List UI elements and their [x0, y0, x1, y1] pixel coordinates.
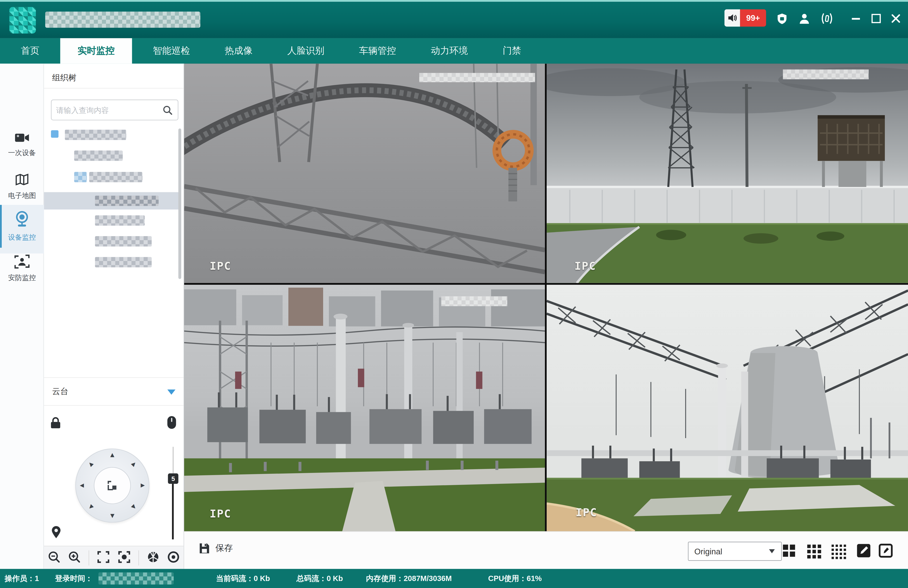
rail-label: 安防监控	[0, 273, 44, 283]
tree-item[interactable]	[44, 235, 179, 248]
tree-icon-redacted	[74, 172, 87, 182]
status-label: CPU使用：	[488, 573, 526, 584]
tree-label-redacted	[65, 130, 126, 140]
status-value: 61%	[527, 574, 542, 583]
tree-checkbox[interactable]	[51, 130, 58, 138]
tree-label-redacted	[95, 215, 145, 226]
organization-panel: 组织树 云台	[44, 64, 184, 569]
fullscreen-button[interactable]	[879, 543, 893, 560]
status-label: 总码流：	[296, 573, 327, 584]
tab-face-recognition[interactable]: 人脸识别	[273, 38, 338, 64]
tree-item-root[interactable]	[44, 129, 179, 141]
status-value: 1	[35, 574, 39, 583]
rail-item-device-monitoring[interactable]: 设备监控	[0, 205, 44, 254]
tree-item[interactable]	[44, 256, 179, 268]
focus-far-icon[interactable]	[97, 551, 109, 565]
video-tile-2[interactable]: IPC	[547, 64, 908, 283]
tab-live-monitoring[interactable]: 实时监控	[60, 38, 132, 64]
video-frame-1	[184, 64, 545, 283]
alarm-volume-badge[interactable]: 99+	[724, 9, 766, 26]
tree-item-selected[interactable]	[44, 192, 179, 209]
search-input[interactable]	[52, 106, 163, 114]
ptz-speed-value: 5	[171, 475, 175, 482]
notification-icon[interactable]	[775, 11, 789, 26]
app-logo	[9, 7, 36, 34]
divider	[44, 405, 184, 406]
video-channel-label: IPC	[209, 259, 231, 272]
save-icon	[198, 542, 210, 554]
status-memory-usage: 内存使用：2087M/3036M	[366, 569, 452, 588]
divider	[44, 378, 184, 378]
maximize-button[interactable]	[871, 11, 882, 26]
main-nav-tabs: 首页 实时监控 智能巡检 热成像 人脸识别 车辆管控 动力环境 门禁	[0, 38, 908, 64]
iris-close-icon[interactable]	[147, 551, 159, 565]
tab-power-environment[interactable]: 动力环境	[417, 38, 482, 64]
tree-item[interactable]	[44, 214, 179, 227]
iris-open-icon[interactable]	[167, 551, 180, 565]
map-icon	[15, 174, 29, 186]
video-tile-1[interactable]: IPC	[184, 64, 545, 283]
status-label: 当前码流：	[216, 573, 254, 584]
rail-item-primary-equipment[interactable]: 一次设备	[0, 129, 44, 165]
status-label: 登录时间：	[55, 573, 93, 584]
video-tile-3[interactable]: IPC	[184, 285, 545, 532]
layout-4x4-button[interactable]	[832, 545, 847, 560]
tree-label-redacted	[95, 196, 159, 206]
tree-scrollbar[interactable]	[178, 129, 181, 279]
webcam-icon	[14, 210, 29, 228]
ptz-collapse-icon[interactable]	[167, 388, 176, 398]
status-label: 内存使用：	[366, 573, 404, 584]
tab-access-control[interactable]: 门禁	[489, 38, 535, 64]
tree-item[interactable]	[44, 171, 179, 183]
tree-label-redacted	[95, 257, 152, 267]
ptz-wheel-center[interactable]	[94, 467, 131, 504]
ptz-mouse-icon[interactable]	[167, 415, 177, 432]
tab-home[interactable]: 首页	[7, 38, 53, 64]
stream-scale-dropdown[interactable]: Original	[688, 542, 782, 561]
user-icon[interactable]	[797, 11, 811, 26]
video-tile-4[interactable]: IPC	[547, 285, 908, 532]
ptz-speed-handle[interactable]: 5	[168, 473, 179, 484]
status-value: 0 Kb	[327, 574, 343, 583]
ptz-lock-icon[interactable]	[50, 417, 61, 432]
zoom-out-icon[interactable]	[48, 551, 60, 565]
login-time-redacted	[98, 572, 174, 585]
toolbar-separator	[89, 550, 89, 566]
active-indicator-bar	[0, 205, 2, 248]
rail-label: 一次设备	[0, 148, 44, 158]
rail-item-security-monitoring[interactable]: 安防监控	[0, 251, 44, 289]
status-bar: 操作员：1 登录时间： 当前码流：0 Kb 总码流：0 Kb 内存使用：2087…	[0, 569, 908, 588]
cast-icon[interactable]	[820, 11, 834, 26]
rail-item-electronic-map[interactable]: 电子地图	[0, 170, 44, 207]
save-button[interactable]: 保存	[198, 542, 233, 554]
tab-smart-inspection[interactable]: 智能巡检	[139, 38, 204, 64]
video-frame-3	[184, 285, 545, 532]
search-icon[interactable]	[163, 105, 172, 115]
tab-vehicle-control[interactable]: 车辆管控	[345, 38, 410, 64]
layout-3x3-button[interactable]	[807, 545, 822, 559]
minimize-button[interactable]	[850, 11, 862, 26]
ptz-speed-track-lower[interactable]	[172, 484, 174, 539]
ptz-center-icon	[107, 480, 118, 491]
annotate-button[interactable]	[856, 543, 871, 560]
ptz-wheel[interactable]: ▲ ▲ ▲ ▲ ▲ ▲ ▲ ▲	[76, 448, 150, 522]
video-timestamp-redacted	[419, 73, 535, 82]
tree-panel-title: 组织树	[52, 73, 76, 84]
layout-2x2-button[interactable]	[783, 545, 795, 557]
left-nav-rail: 一次设备 电子地图 设备监控 安防监控	[0, 64, 44, 569]
app-window: 99+ 首页 实时监控 智能巡检 热成像 人脸识别 车辆管控 动力环境 门禁	[0, 0, 908, 588]
close-button[interactable]	[889, 11, 902, 26]
save-label: 保存	[216, 543, 233, 554]
title-bar: 99+	[0, 0, 908, 38]
status-current-bitrate: 当前码流：0 Kb	[216, 569, 270, 588]
tree-item[interactable]	[44, 149, 179, 162]
video-channel-label: IPC	[209, 507, 231, 520]
ptz-speed-track-upper[interactable]	[172, 447, 174, 473]
zoom-in-icon[interactable]	[68, 551, 80, 565]
speaker-icon	[724, 9, 740, 26]
status-total-bitrate: 总码流：0 Kb	[296, 569, 343, 588]
ptz-preset-pin-icon[interactable]	[51, 525, 61, 542]
rail-label: 电子地图	[0, 191, 44, 201]
focus-near-icon[interactable]	[118, 551, 130, 565]
tab-thermal-imaging[interactable]: 热成像	[211, 38, 266, 64]
